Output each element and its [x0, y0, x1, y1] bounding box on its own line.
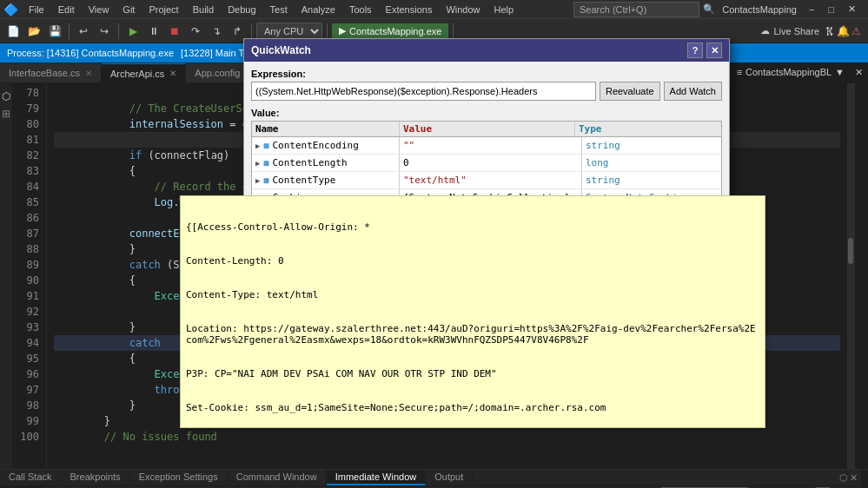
- run-icon: ▶: [339, 25, 346, 36]
- panel-tab-output[interactable]: Output: [426, 470, 473, 485]
- qw-row-contentlength[interactable]: ▶ ■ ContentLength 0 long: [252, 155, 721, 172]
- autos-panel: Call Stack Breakpoints Exception Setting…: [0, 470, 861, 488]
- expression-input[interactable]: [251, 82, 596, 101]
- sep1: [69, 23, 70, 39]
- tab-archerapi[interactable]: ArcherApi.cs ✕: [102, 63, 186, 82]
- search-box[interactable]: Search (Ctrl+Q) 🔍: [570, 2, 719, 17]
- step-over-button[interactable]: ↷: [186, 22, 205, 41]
- open-file-button[interactable]: 📂: [24, 22, 43, 41]
- sep5: [453, 23, 454, 39]
- menu-bar: 🔷 File Edit View Git Project Build Debug…: [0, 0, 868, 19]
- expand-arrow-contentlength: ▶: [255, 159, 260, 168]
- qw-header-value: Value: [400, 122, 575, 136]
- tooltip-popup: {[Access-Control-Allow-Origin: * Content…: [180, 195, 765, 428]
- menu-window[interactable]: Window: [439, 3, 487, 16]
- tab-close-archerapi[interactable]: ✕: [169, 69, 176, 78]
- dialog-title: QuickWatch: [251, 44, 311, 56]
- collection-expand-icon: ▼: [835, 67, 845, 77]
- editor-scrollbar[interactable]: [847, 83, 854, 469]
- panels-area: Call Stack Breakpoints Exception Setting…: [0, 469, 868, 488]
- value-label: Value:: [251, 108, 722, 118]
- close-collection-icon[interactable]: ✕: [855, 67, 863, 78]
- expand-arrow-contenttype: ▶: [255, 176, 260, 185]
- panel-controls: ⬡ ✕: [836, 470, 861, 485]
- save-button[interactable]: 💾: [45, 22, 64, 41]
- menu-help[interactable]: Help: [487, 3, 521, 16]
- tab-interfacebase[interactable]: InterfaceBase.cs ✕: [0, 63, 102, 82]
- tab-close-interfacebase[interactable]: ✕: [85, 69, 92, 78]
- panel-tab-command[interactable]: Command Window: [228, 470, 327, 485]
- git-icon: ⛕: [825, 25, 835, 37]
- qw-cell-contentlength-type: long: [582, 155, 721, 171]
- sep3: [251, 23, 252, 39]
- qw-cell-contenttype-name: ▶ ■ ContentType: [252, 172, 400, 188]
- search-icon: 🔍: [703, 3, 715, 15]
- live-share-icon: ☁: [760, 25, 770, 36]
- minimize-button[interactable]: −: [804, 4, 819, 15]
- menu-edit[interactable]: Edit: [51, 3, 82, 16]
- close-button[interactable]: ✕: [843, 3, 861, 15]
- minimap: [854, 83, 868, 469]
- activity-bar: ⬡ ⊞: [0, 83, 12, 469]
- panels-scrollbar[interactable]: [861, 470, 868, 488]
- panel-tab-exception[interactable]: Exception Settings: [130, 470, 228, 485]
- live-share-button[interactable]: ☁ Live Share: [757, 25, 823, 36]
- dialog-titlebar-buttons: ? ✕: [687, 43, 722, 58]
- config-dropdown[interactable]: Any CPU: [256, 23, 322, 40]
- dialog-close-button[interactable]: ✕: [706, 43, 722, 58]
- panel-resize-icon[interactable]: ⬡: [839, 472, 848, 484]
- tab-label-archerapi: ArcherApi.cs: [110, 69, 164, 79]
- panel-tab-immediate[interactable]: Immediate Window: [327, 470, 427, 485]
- new-file-button[interactable]: 📄: [3, 22, 23, 41]
- qw-cell-contenttype-type: string: [582, 172, 721, 188]
- menu-test[interactable]: Test: [263, 3, 295, 16]
- tab-label-interfacebase: InterfaceBase.cs: [9, 68, 80, 78]
- collection-label: ContactsMappingBL: [745, 67, 832, 77]
- search-sidebar-icon[interactable]: ⊞: [2, 108, 10, 120]
- panel-tab-breakpoints[interactable]: Breakpoints: [62, 470, 130, 485]
- qw-row-contenttype[interactable]: ▶ ■ ContentType "text/html" string: [252, 172, 721, 189]
- addwatch-button[interactable]: Add Watch: [664, 82, 722, 101]
- debug-start-button[interactable]: ▶: [123, 22, 142, 41]
- field-icon-contentlength: ■: [263, 158, 268, 168]
- menu-build[interactable]: Build: [186, 3, 221, 16]
- menu-file[interactable]: File: [22, 3, 51, 16]
- tooltip-line-2: Content-Length: 0: [186, 255, 759, 267]
- collection-icon: ≡: [737, 67, 742, 77]
- menu-extensions[interactable]: Extensions: [379, 3, 440, 16]
- tray-area: ⛕ 🔔 ⚠: [825, 25, 865, 37]
- process-label: Process: [14316] ContactsMapping.exe: [7, 48, 174, 58]
- window-controls[interactable]: − □ ✕: [800, 3, 865, 15]
- tooltip-line-4: Location: https://gateway.szalerthree.ne…: [186, 323, 759, 346]
- reevaluate-button[interactable]: Reevaluate: [600, 82, 660, 101]
- menu-view[interactable]: View: [82, 3, 116, 16]
- maximize-button[interactable]: □: [823, 4, 839, 15]
- run-button[interactable]: ▶ ContactsMapping.exe: [332, 23, 448, 38]
- stop-button[interactable]: ⏹: [165, 22, 184, 41]
- pause-button[interactable]: ⏸: [144, 22, 163, 41]
- undo-button[interactable]: ↩: [74, 22, 93, 41]
- step-into-button[interactable]: ↴: [207, 22, 226, 41]
- qw-row-contentencoding[interactable]: ▶ ■ ContentEncoding "" string: [252, 137, 721, 155]
- qw-cell-contentlength-name: ▶ ■ ContentLength: [252, 155, 400, 171]
- qw-header-name: Name: [252, 122, 400, 136]
- dialog-titlebar: QuickWatch ? ✕: [244, 39, 729, 62]
- explorer-icon[interactable]: ⬡: [2, 90, 10, 102]
- panel-close-icon[interactable]: ✕: [850, 472, 858, 484]
- menu-git[interactable]: Git: [116, 3, 142, 16]
- menu-analyze[interactable]: Analyze: [295, 3, 342, 16]
- qw-cell-contentencoding-type: string: [582, 137, 721, 154]
- redo-button[interactable]: ↪: [95, 22, 114, 41]
- field-icon-contentencoding: ■: [263, 141, 268, 150]
- scrollbar-thumb[interactable]: [848, 238, 853, 264]
- menu-tools[interactable]: Tools: [342, 3, 379, 16]
- notification-icon: 🔔: [837, 25, 850, 37]
- qw-cell-contentencoding-name: ▶ ■ ContentEncoding: [252, 137, 400, 154]
- sep2: [118, 23, 119, 39]
- app-icon: 🔷: [3, 3, 18, 16]
- menu-debug[interactable]: Debug: [221, 3, 262, 16]
- dialog-help-button[interactable]: ?: [687, 43, 703, 58]
- panel-tab-callstack[interactable]: Call Stack: [0, 470, 62, 485]
- tooltip-line-1: {[Access-Control-Allow-Origin: *: [186, 221, 759, 233]
- menu-project[interactable]: Project: [142, 3, 185, 16]
